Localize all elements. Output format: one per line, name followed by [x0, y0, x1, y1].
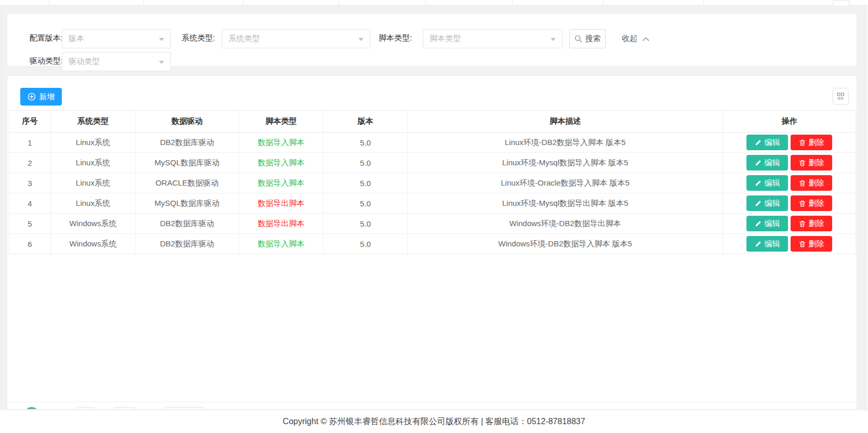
cell-version: 5.0 — [324, 214, 408, 233]
delete-button[interactable]: 删除 — [791, 236, 832, 252]
columns-grid-icon — [837, 93, 845, 100]
edit-button[interactable]: 编辑 — [746, 135, 788, 150]
plus-circle-icon — [28, 93, 36, 101]
search-icon — [575, 35, 582, 43]
edit-button[interactable]: 编辑 — [746, 155, 788, 170]
cell-script-type: 数据导入脚本 — [239, 153, 324, 173]
header-description: 脚本描述 — [408, 111, 723, 132]
cell-system-type: Linux系统 — [51, 193, 136, 213]
caret-down-icon — [159, 61, 164, 64]
data-table: 序号 系统类型 数据驱动 脚本类型 版本 脚本描述 操作 1 Linux系统 D… — [9, 110, 856, 254]
header-actions: 操作 — [723, 111, 856, 132]
delete-button[interactable]: 删除 — [791, 155, 832, 170]
delete-button[interactable]: 删除 — [791, 175, 832, 191]
cell-system-type: Windows系统 — [51, 214, 136, 233]
cell-description: Linux环境-DB2数据导入脚本 版本5 — [408, 133, 723, 152]
script-type-label: 脚本类型: — [376, 33, 412, 43]
edit-pencil-icon — [755, 241, 762, 247]
config-version-select[interactable]: 版本 — [62, 29, 171, 48]
cell-data-driver: MySQL数据库驱动 — [136, 153, 239, 173]
top-remnant-strip — [0, 0, 868, 6]
system-type-label: 系统类型: — [179, 33, 215, 43]
driver-type-select[interactable]: 驱动类型 — [62, 52, 171, 71]
cell-description: Linux环境-Mysql数据导入脚本 版本5 — [408, 153, 723, 173]
cell-no: 4 — [9, 193, 51, 213]
caret-down-icon — [159, 38, 164, 41]
delete-button[interactable]: 删除 — [791, 216, 832, 231]
cell-actions: 编辑 删除 — [723, 214, 856, 233]
cell-system-type: Windows系统 — [51, 234, 136, 254]
cell-description: Linux环境-Oracle数据导入脚本 版本5 — [408, 173, 723, 193]
cell-description: Windows环境-DB2数据导入脚本 版本5 — [408, 234, 723, 254]
edit-button[interactable]: 编辑 — [746, 216, 788, 231]
cell-no: 3 — [9, 173, 51, 193]
trash-icon — [799, 180, 806, 187]
table-row: 3 Linux系统 ORACLE数据驱动 数据导入脚本 5.0 Linux环境-… — [9, 173, 856, 193]
table-row: 5 Windows系统 DB2数据库驱动 数据导出脚本 5.0 Windows环… — [9, 214, 856, 234]
cell-system-type: Linux系统 — [51, 173, 136, 193]
cell-actions: 编辑 删除 — [723, 133, 856, 152]
add-button[interactable]: 新增 — [20, 88, 62, 106]
pagination-divider — [7, 402, 857, 402]
cell-version: 5.0 — [324, 153, 408, 173]
script-type-select[interactable]: 脚本类型 — [423, 29, 563, 48]
cell-script-type: 数据导出脚本 — [239, 214, 324, 233]
driver-type-label: 驱动类型: — [14, 56, 63, 66]
content-panel: 新增 序号 系统类型 数据驱动 脚本类型 版本 脚 — [7, 75, 857, 410]
cell-version: 5.0 — [324, 193, 408, 213]
footer-copyright: Copyright © 苏州银丰睿哲信息科技有限公司版权所有 | 客服电话：05… — [283, 416, 585, 427]
edit-button[interactable]: 编辑 — [746, 175, 788, 191]
cell-no: 6 — [9, 234, 51, 254]
cell-version: 5.0 — [324, 173, 408, 193]
cell-data-driver: ORACLE数据驱动 — [136, 173, 239, 193]
header-system-type: 系统类型 — [51, 111, 136, 132]
cell-script-type: 数据导入脚本 — [239, 173, 324, 193]
delete-button[interactable]: 删除 — [791, 135, 832, 150]
cell-description: Linux环境-Mysql数据导出脚本 版本5 — [408, 193, 723, 213]
page-root: 配置版本: 版本 系统类型: 系统类型 脚本类型: 脚本类型 搜索 收起 — [0, 0, 868, 433]
header-script-type: 脚本类型 — [239, 111, 324, 132]
table-body: 1 Linux系统 DB2数据库驱动 数据导入脚本 5.0 Linux环境-DB… — [9, 133, 856, 254]
edit-button[interactable]: 编辑 — [746, 195, 788, 211]
trash-icon — [799, 241, 806, 247]
cell-actions: 编辑 删除 — [723, 193, 856, 213]
cell-script-type: 数据导入脚本 — [239, 234, 324, 254]
delete-button[interactable]: 删除 — [791, 195, 832, 211]
cell-no: 2 — [9, 153, 51, 173]
column-settings-button[interactable] — [833, 88, 849, 105]
search-button[interactable]: 搜索 — [569, 29, 606, 48]
header-version: 版本 — [324, 111, 408, 132]
cell-system-type: Linux系统 — [51, 153, 136, 173]
cell-version: 5.0 — [324, 133, 408, 152]
edit-pencil-icon — [755, 139, 762, 146]
trash-icon — [799, 200, 806, 207]
page-footer: Copyright © 苏州银丰睿哲信息科技有限公司版权所有 | 客服电话：05… — [0, 410, 868, 433]
cell-version: 5.0 — [324, 234, 408, 254]
header-no: 序号 — [9, 111, 51, 132]
left-edge-line — [2, 6, 2, 433]
cell-no: 1 — [9, 133, 51, 152]
cell-script-type: 数据导入脚本 — [239, 133, 324, 152]
cell-no: 5 — [9, 214, 51, 233]
edit-pencil-icon — [755, 220, 762, 227]
trash-icon — [799, 160, 806, 166]
caret-down-icon — [551, 38, 556, 41]
filter-panel: 配置版本: 版本 系统类型: 系统类型 脚本类型: 脚本类型 搜索 收起 — [7, 13, 857, 67]
cell-actions: 编辑 删除 — [723, 234, 856, 254]
trash-icon — [799, 220, 806, 227]
system-type-select[interactable]: 系统类型 — [222, 29, 370, 48]
cell-script-type: 数据导出脚本 — [239, 193, 324, 213]
table-header: 序号 系统类型 数据驱动 脚本类型 版本 脚本描述 操作 — [9, 111, 856, 133]
edit-button[interactable]: 编辑 — [746, 236, 788, 252]
config-version-label: 配置版本: — [14, 33, 63, 43]
cell-description: Windows环境-DB2数据导出脚本 — [408, 214, 723, 233]
cell-data-driver: MySQL数据库驱动 — [136, 193, 239, 213]
cell-data-driver: DB2数据库驱动 — [136, 214, 239, 233]
cell-actions: 编辑 删除 — [723, 173, 856, 193]
cell-data-driver: DB2数据库驱动 — [136, 133, 239, 152]
caret-down-icon — [358, 38, 364, 41]
collapse-toggle[interactable]: 收起 — [622, 29, 649, 48]
scrollbar-track[interactable] — [865, 6, 868, 433]
cell-actions: 编辑 删除 — [723, 153, 856, 173]
remnant-box — [833, 1, 849, 6]
